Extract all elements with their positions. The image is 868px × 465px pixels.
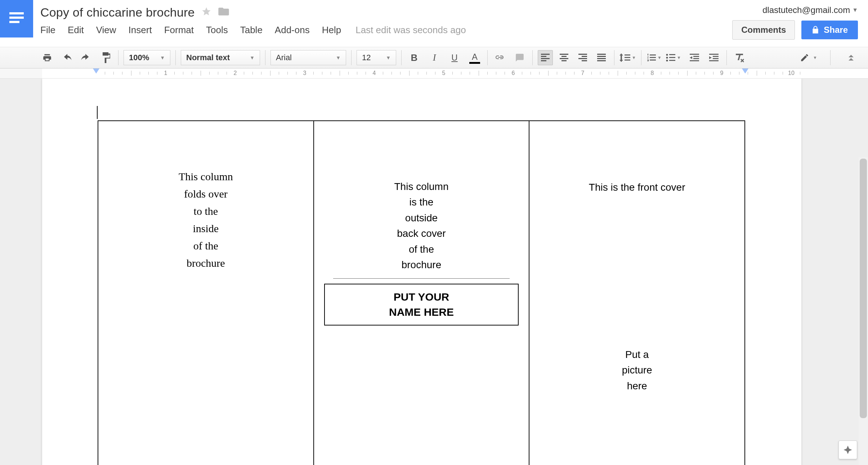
insert-link-button[interactable]: [493, 50, 508, 65]
star-icon[interactable]: [201, 6, 211, 18]
col3-title[interactable]: This is the front cover: [537, 128, 737, 193]
account-email: dlastutech@gmail.com: [762, 5, 850, 15]
editing-mode-button[interactable]: ▼: [800, 50, 817, 65]
lock-icon: [811, 26, 819, 34]
svg-point-5: [666, 60, 668, 62]
header-buttons: Comments Share: [732, 20, 858, 40]
svg-rect-2: [9, 21, 19, 23]
share-label: Share: [824, 25, 848, 35]
docs-logo[interactable]: [0, 0, 33, 37]
redo-button[interactable]: [78, 50, 93, 65]
header-right: dlastutech@gmail.com ▼ Comments Share: [732, 0, 868, 47]
scrollbar-thumb[interactable]: [860, 159, 867, 418]
brochure-table[interactable]: This columnfolds overto theinsideof theb…: [98, 120, 745, 465]
share-button[interactable]: Share: [801, 21, 858, 39]
collapse-toolbar-button[interactable]: [844, 50, 859, 65]
paragraph-style-combo[interactable]: Normal text▼: [181, 50, 260, 65]
numbered-list-button[interactable]: ▼: [646, 50, 662, 65]
col1-text[interactable]: This columnfolds overto theinsideof theb…: [106, 128, 306, 272]
caret-down-icon: ▼: [852, 7, 858, 13]
svg-rect-0: [9, 12, 24, 14]
clear-formatting-button[interactable]: [732, 50, 747, 65]
zoom-combo[interactable]: 100%▼: [124, 50, 170, 65]
undo-button[interactable]: [60, 50, 75, 65]
align-right-button[interactable]: [575, 50, 590, 65]
menu-addons[interactable]: Add-ons: [275, 25, 310, 36]
name-line-1: PUT YOUR: [325, 289, 518, 305]
print-button[interactable]: [40, 50, 55, 65]
align-left-button[interactable]: [538, 50, 553, 65]
vertical-scrollbar[interactable]: [859, 157, 868, 465]
menu-help[interactable]: Help: [322, 25, 341, 36]
text-color-button[interactable]: A: [467, 50, 482, 65]
menu-format[interactable]: Format: [164, 25, 194, 36]
name-line-2: NAME HERE: [325, 305, 518, 320]
underline-button[interactable]: U: [447, 50, 462, 65]
caret-down-icon: ▼: [336, 55, 341, 61]
comments-button[interactable]: Comments: [732, 20, 795, 40]
title-row: Copy of chiccarine brochure: [40, 4, 725, 21]
font-value: Arial: [276, 53, 292, 62]
name-placeholder-box[interactable]: PUT YOUR NAME HERE: [324, 284, 519, 326]
svg-rect-1: [9, 17, 24, 19]
caret-down-icon: ▼: [160, 55, 165, 61]
folder-icon[interactable]: [218, 6, 229, 18]
bold-button[interactable]: B: [407, 50, 422, 65]
explore-icon: [843, 445, 853, 455]
svg-point-3: [666, 54, 668, 56]
style-value: Normal text: [186, 53, 230, 62]
page[interactable]: This columnfolds overto theinsideof theb…: [42, 79, 801, 465]
font-family-combo[interactable]: Arial▼: [270, 50, 346, 65]
toolbar: 100%▼ Normal text▼ Arial▼ 12▼ B I U A ▼ …: [0, 47, 868, 68]
size-value: 12: [362, 53, 371, 62]
menu-view[interactable]: View: [96, 25, 116, 36]
text-cursor: [97, 106, 98, 119]
line-spacing-button[interactable]: ▼: [619, 50, 636, 65]
menu-edit[interactable]: Edit: [68, 25, 84, 36]
caret-down-icon: ▼: [250, 55, 255, 61]
align-justify-button[interactable]: [594, 50, 609, 65]
menu-bar: File Edit View Insert Format Tools Table…: [40, 21, 725, 36]
brochure-col-2[interactable]: This columnis theoutsideback coverof the…: [314, 121, 529, 465]
explore-button[interactable]: [838, 440, 857, 459]
caret-down-icon: ▼: [386, 55, 391, 61]
align-center-button[interactable]: [556, 50, 572, 65]
menu-insert[interactable]: Insert: [129, 25, 152, 36]
document-canvas: This columnfolds overto theinsideof theb…: [0, 79, 868, 465]
font-size-combo[interactable]: 12▼: [357, 50, 396, 65]
last-edit-label[interactable]: Last edit was seconds ago: [355, 25, 466, 36]
col2-text[interactable]: This columnis theoutsideback coverof the…: [321, 128, 522, 273]
document-title[interactable]: Copy of chiccarine brochure: [40, 5, 195, 19]
brochure-col-3[interactable]: This is the front cover Put apicturehere: [529, 121, 745, 465]
increase-indent-button[interactable]: [706, 50, 721, 65]
italic-button[interactable]: I: [427, 50, 442, 65]
header-main: Copy of chiccarine brochure File Edit Vi…: [33, 0, 732, 47]
header: Copy of chiccarine brochure File Edit Vi…: [0, 0, 868, 47]
brochure-col-1[interactable]: This columnfolds overto theinsideof theb…: [98, 121, 314, 465]
col2-divider: [333, 278, 510, 279]
col3-picture-placeholder[interactable]: Put apicturehere: [537, 193, 737, 394]
insert-comment-button[interactable]: [512, 50, 527, 65]
menu-file[interactable]: File: [40, 25, 55, 36]
zoom-value: 100%: [129, 53, 149, 62]
horizontal-ruler[interactable]: 12345678910: [0, 68, 868, 79]
svg-point-4: [666, 57, 668, 59]
decrease-indent-button[interactable]: [687, 50, 702, 65]
menu-tools[interactable]: Tools: [206, 25, 228, 36]
menu-table[interactable]: Table: [240, 25, 263, 36]
account-menu[interactable]: dlastutech@gmail.com ▼: [762, 5, 858, 15]
bulleted-list-button[interactable]: ▼: [666, 50, 681, 65]
paint-format-button[interactable]: [98, 50, 113, 65]
